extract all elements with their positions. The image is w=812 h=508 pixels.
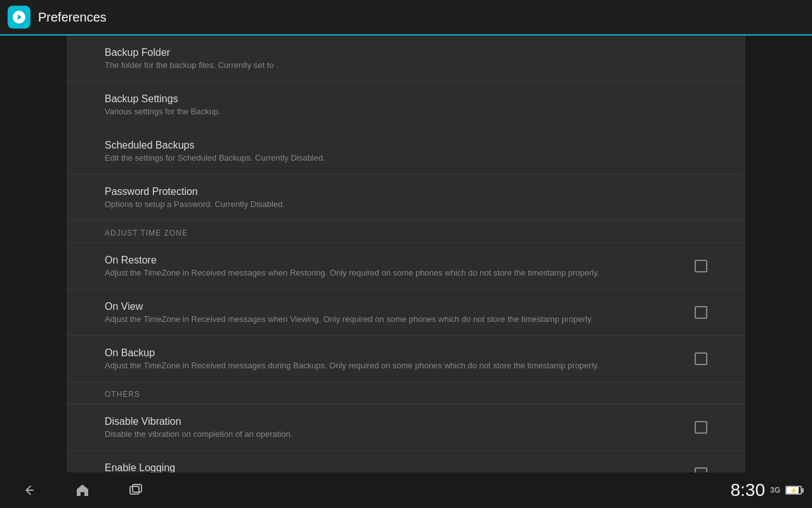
pref-item-on-restore-subtitle: Adjust the TimeZone in Received messages… bbox=[105, 268, 682, 277]
pref-item-on-backup-content: On Backup Adjust the TimeZone in Receive… bbox=[105, 347, 682, 370]
charge-icon: ⚡ bbox=[790, 487, 797, 494]
pref-item-on-restore-content: On Restore Adjust the TimeZone in Receiv… bbox=[105, 255, 682, 277]
pref-item-disable-vibration-subtitle: Disable the vibration on completion of a… bbox=[105, 429, 682, 439]
pref-item-backup-settings-content: Backup Settings Various settings for the… bbox=[105, 93, 707, 116]
checkbox-on-view[interactable] bbox=[695, 306, 707, 319]
pref-item-password-protection[interactable]: Password Protection Options to setup a P… bbox=[67, 175, 745, 221]
battery-icon: ⚡ bbox=[785, 486, 802, 495]
svg-rect-1 bbox=[133, 485, 141, 492]
pref-item-on-backup[interactable]: On Backup Adjust the TimeZone in Receive… bbox=[67, 336, 745, 382]
section-header-adjust-time-zone: ADJUST TIME ZONE bbox=[67, 221, 745, 243]
pref-item-on-view[interactable]: On View Adjust the TimeZone in Received … bbox=[67, 290, 745, 336]
checkbox-on-restore[interactable] bbox=[695, 260, 707, 272]
pref-item-password-protection-content: Password Protection Options to setup a P… bbox=[105, 186, 707, 209]
pref-item-on-backup-title: On Backup bbox=[105, 347, 682, 359]
checkbox-on-backup[interactable] bbox=[695, 352, 707, 365]
clock: 8:30 bbox=[730, 480, 765, 500]
pref-item-on-restore-title: On Restore bbox=[105, 255, 682, 266]
pref-item-on-view-subtitle: Adjust the TimeZone in Received messages… bbox=[105, 314, 682, 324]
pref-item-password-protection-title: Password Protection bbox=[105, 186, 707, 197]
pref-item-on-restore[interactable]: On Restore Adjust the TimeZone in Receiv… bbox=[67, 243, 745, 290]
pref-item-scheduled-backups-title: Scheduled Backups bbox=[105, 140, 707, 151]
pref-item-backup-settings-title: Backup Settings bbox=[105, 93, 707, 105]
pref-item-scheduled-backups[interactable]: Scheduled Backups Edit the settings for … bbox=[67, 128, 745, 175]
pref-item-disable-vibration-content: Disable Vibration Disable the vibration … bbox=[105, 416, 682, 439]
signal-icon: 3G bbox=[770, 486, 780, 495]
nav-home-button[interactable] bbox=[69, 476, 96, 504]
pref-item-backup-folder-content: Backup Folder The folder for the backup … bbox=[105, 47, 707, 70]
pref-item-password-protection-subtitle: Options to setup a Password. Currently D… bbox=[105, 199, 707, 209]
pref-item-backup-settings[interactable]: Backup Settings Various settings for the… bbox=[67, 82, 745, 128]
main-content: Backup Folder The folder for the backup … bbox=[67, 36, 745, 472]
pref-item-backup-folder-subtitle: The folder for the backup files. Current… bbox=[105, 60, 707, 70]
app-title: Preferences bbox=[38, 10, 107, 25]
pref-item-backup-folder[interactable]: Backup Folder The folder for the backup … bbox=[67, 36, 745, 82]
pref-item-scheduled-backups-subtitle: Edit the settings for Scheduled Backups.… bbox=[105, 153, 707, 163]
section-header-others: OTHERS bbox=[67, 382, 745, 404]
pref-item-on-view-content: On View Adjust the TimeZone in Received … bbox=[105, 301, 682, 324]
pref-item-disable-vibration-title: Disable Vibration bbox=[105, 416, 682, 427]
pref-item-enable-logging-title: Enable Logging bbox=[105, 462, 682, 472]
nav-recents-button[interactable] bbox=[122, 476, 150, 504]
pref-item-scheduled-backups-content: Scheduled Backups Edit the settings for … bbox=[105, 140, 707, 163]
pref-item-on-backup-subtitle: Adjust the TimeZone in Received messages… bbox=[105, 361, 682, 370]
nav-buttons bbox=[0, 476, 150, 504]
bottom-bar: 8:30 3G ⚡ bbox=[0, 472, 812, 508]
pref-item-disable-vibration[interactable]: Disable Vibration Disable the vibration … bbox=[67, 404, 745, 451]
status-bar-right: 8:30 3G ⚡ bbox=[730, 472, 802, 508]
pref-item-on-view-title: On View bbox=[105, 301, 682, 312]
checkbox-disable-vibration[interactable] bbox=[695, 421, 707, 434]
app-icon bbox=[8, 6, 30, 29]
pref-item-backup-settings-subtitle: Various settings for the Backup. bbox=[105, 107, 707, 116]
checkbox-enable-logging[interactable] bbox=[695, 467, 707, 472]
top-bar: Preferences bbox=[0, 0, 812, 36]
pref-item-enable-logging[interactable]: Enable Logging For Troubleshooting purpo… bbox=[67, 451, 745, 472]
svg-rect-0 bbox=[130, 486, 139, 494]
pref-item-backup-folder-title: Backup Folder bbox=[105, 47, 707, 58]
nav-back-button[interactable] bbox=[15, 476, 43, 504]
pref-item-enable-logging-content: Enable Logging For Troubleshooting purpo… bbox=[105, 462, 682, 472]
